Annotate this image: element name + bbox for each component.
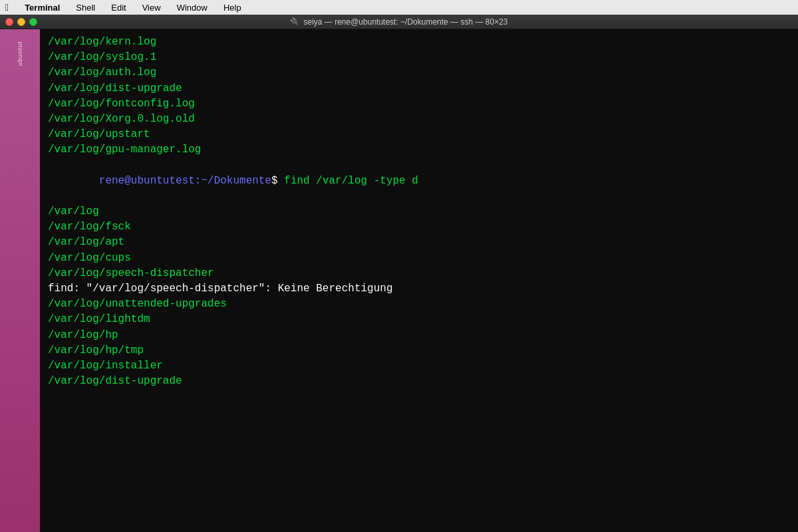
result-line-11: /var/log/installer — [48, 358, 790, 374]
terminal-content: /var/log/kern.log /var/log/syslog.1 /var… — [48, 35, 790, 389]
traffic-lights — [5, 18, 37, 26]
menu-edit[interactable]: Edit — [108, 3, 128, 13]
result-line-5: /var/log/speech-dispatcher — [48, 266, 790, 281]
terminal-line-5: /var/log/fontconfig.log — [48, 96, 790, 112]
close-button[interactable] — [5, 18, 13, 26]
terminal-titlebar: 🔌 seiya — rene@ubuntutest: ~/Dokumente —… — [0, 15, 798, 29]
menu-window[interactable]: Window — [174, 3, 210, 13]
prompt-command: find /var/log -type d — [278, 175, 418, 187]
result-line-12: /var/log/dist-upgrade — [48, 374, 790, 389]
result-line-2: /var/log/fsck — [48, 219, 790, 235]
terminal-line-1: /var/log/kern.log — [48, 35, 790, 50]
prompt-line: rene@ubuntutest:~/Dokumente$ find /var/l… — [48, 158, 790, 205]
maximize-button[interactable] — [29, 18, 37, 26]
sidebar: ubuntut — [0, 29, 40, 532]
terminal-line-8: /var/log/gpu-manager.log — [48, 142, 790, 158]
prompt-dollar: $ — [271, 175, 278, 187]
result-line-7: /var/log/unattended-upgrades — [48, 297, 790, 312]
menu-bar:  Terminal Shell Edit View Window Help — [0, 0, 798, 15]
window-title-area: 🔌 seiya — rene@ubuntutest: ~/Dokumente —… — [290, 17, 507, 27]
result-line-6: find: "/var/log/speech-dispatcher": Kein… — [48, 281, 790, 297]
menu-terminal[interactable]: Terminal — [22, 3, 63, 13]
sidebar-label: ubuntut — [17, 41, 23, 66]
terminal-line-7: /var/log/upstart — [48, 127, 790, 142]
result-line-4: /var/log/cups — [48, 251, 790, 266]
terminal-line-6: /var/log/Xorg.0.log.old — [48, 112, 790, 127]
terminal-area[interactable]: /var/log/kern.log /var/log/syslog.1 /var… — [40, 29, 798, 532]
window-title: seiya — rene@ubuntutest: ~/Dokumente — s… — [303, 17, 507, 27]
menu-help[interactable]: Help — [221, 3, 244, 13]
terminal-line-4: /var/log/dist-upgrade — [48, 81, 790, 96]
result-line-1: /var/log — [48, 204, 790, 219]
terminal-line-2: /var/log/syslog.1 — [48, 50, 790, 65]
result-line-10: /var/log/hp/tmp — [48, 343, 790, 358]
terminal-line-3: /var/log/auth.log — [48, 65, 790, 80]
result-line-3: /var/log/apt — [48, 235, 790, 250]
window-body: ubuntut /var/log/kern.log /var/log/syslo… — [0, 29, 798, 532]
result-line-9: /var/log/hp — [48, 328, 790, 343]
minimize-button[interactable] — [17, 18, 25, 26]
menu-view[interactable]: View — [140, 3, 164, 13]
prompt-user: rene@ubuntutest:~/Dokumente — [99, 175, 271, 187]
result-line-8: /var/log/lightdm — [48, 312, 790, 327]
apple-logo:  — [5, 2, 9, 13]
menu-shell[interactable]: Shell — [73, 3, 98, 13]
ssh-icon: 🔌 — [290, 17, 299, 26]
